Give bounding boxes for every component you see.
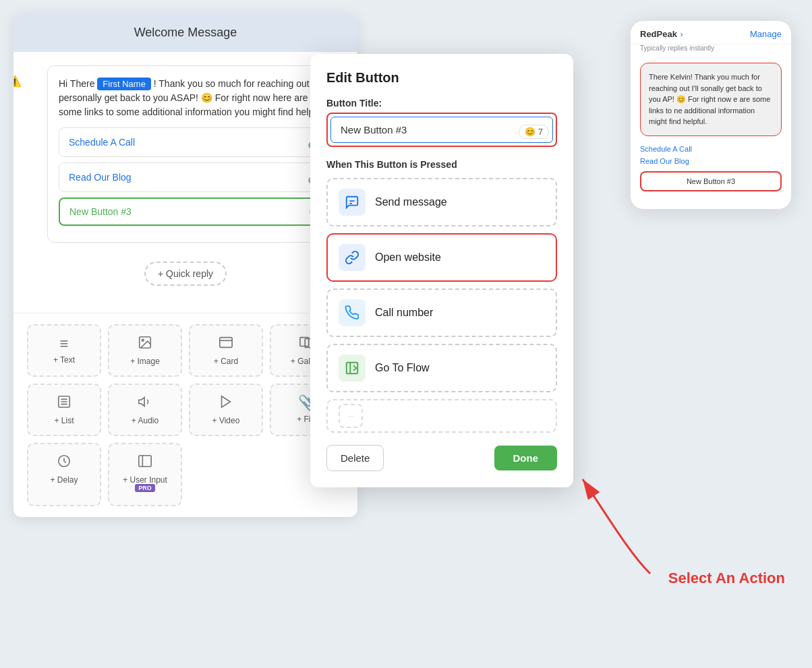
block-list[interactable]: + List — [27, 384, 101, 436]
message-block: Hi There First Name ! Thank you so much … — [47, 65, 344, 243]
action-go-to-flow[interactable]: Go To Flow — [326, 344, 557, 392]
delete-button[interactable]: Delete — [326, 445, 384, 471]
flow-panel-title: Welcome Message — [134, 26, 237, 39]
delay-label: + Delay — [34, 475, 94, 485]
blog-label: Read Our Blog — [69, 172, 132, 183]
svg-marker-11 — [222, 396, 231, 408]
go-to-flow-icon — [339, 355, 366, 382]
send-message-label: Send message — [375, 196, 447, 208]
user-input-icon — [115, 454, 175, 473]
image-icon — [115, 335, 175, 354]
phone-manage-label[interactable]: Manage — [750, 29, 782, 39]
block-text[interactable]: ≡ + Text — [27, 324, 101, 377]
go-to-flow-label: Go To Flow — [375, 362, 430, 374]
svg-marker-10 — [139, 398, 144, 406]
button-schedule[interactable]: Schedule A Call 🔗 — [59, 127, 332, 157]
new-button-label: New Button #3 — [69, 206, 132, 217]
greeting-prefix: Hi There — [59, 78, 97, 89]
blocks-grid: ≡ + Text + Image + Card + Gallery + Li — [13, 313, 357, 517]
title-input-wrapper: 😊 7 — [326, 113, 557, 147]
phone-chevron-icon: › — [680, 30, 683, 39]
dots-icon: ··· — [348, 413, 353, 420]
edit-button-modal: Edit Button Button Title: 😊 7 When This … — [310, 54, 573, 487]
pro-badge: PRO — [135, 484, 155, 492]
emoji-icon: 😊 — [525, 127, 535, 137]
phone-message-bubble: There Kelvin! Thank you much for reachin… — [640, 63, 782, 136]
quick-reply-button[interactable]: + Quick reply — [144, 262, 227, 286]
video-icon — [196, 394, 256, 413]
new-button-row[interactable]: New Button #3 — [59, 198, 332, 226]
action-send-message[interactable]: Send message — [326, 178, 557, 226]
phone-link-blog[interactable]: Read Our Blog — [631, 155, 791, 167]
delay-icon — [34, 454, 94, 473]
audio-icon — [115, 394, 175, 413]
select-action-annotation: Select An Action — [668, 570, 785, 587]
phone-new-button[interactable]: New Button #3 — [640, 171, 782, 191]
svg-rect-13 — [139, 456, 151, 467]
block-video[interactable]: + Video — [189, 384, 263, 436]
action-partial: ··· — [326, 399, 557, 433]
button-title-field-label: Button Title: — [326, 98, 557, 109]
list-label: + List — [34, 416, 94, 425]
list-icon — [34, 394, 94, 413]
phone-mockup: RedPeak › Manage Typically replies insta… — [630, 20, 792, 210]
send-message-icon — [339, 189, 366, 216]
phone-brand: RedPeak — [640, 29, 677, 39]
block-card[interactable]: + Card — [189, 324, 263, 377]
action-open-website[interactable]: Open website — [326, 233, 557, 282]
warning-icon: ⚠️ — [13, 75, 22, 88]
when-pressed-label: When This Button is Pressed — [326, 159, 557, 170]
call-number-label: Call number — [375, 307, 433, 319]
block-image[interactable]: + Image — [108, 324, 182, 377]
block-delay[interactable]: + Delay — [27, 443, 101, 506]
flow-panel-header: Welcome Message — [13, 13, 357, 52]
modal-title: Edit Button — [326, 70, 557, 86]
emoji-counter: 😊 7 — [519, 125, 549, 139]
phone-header: RedPeak › Manage — [631, 21, 791, 44]
quick-reply-label: + Quick reply — [158, 268, 213, 279]
phone-message-text: There Kelvin! Thank you much for reachin… — [649, 73, 770, 125]
phone-link-schedule[interactable]: Schedule A Call — [631, 143, 791, 155]
partial-icon: ··· — [339, 404, 363, 428]
first-name-badge: First Name — [97, 78, 151, 90]
card-icon — [196, 335, 256, 354]
open-website-icon — [339, 244, 366, 271]
text-icon: ≡ — [34, 335, 94, 353]
call-number-icon — [339, 299, 366, 326]
flow-panel-body: ⚠️ Hi There First Name ! Thank you so mu… — [13, 52, 357, 313]
button-blog[interactable]: Read Our Blog 🔗 — [59, 162, 332, 192]
block-audio[interactable]: + Audio — [108, 384, 182, 436]
phone-status: Typically replies instantly — [631, 44, 791, 56]
text-label: + Text — [34, 355, 94, 365]
modal-footer: Delete Done — [326, 445, 557, 471]
card-label: + Card — [196, 357, 256, 366]
open-website-label: Open website — [375, 251, 441, 264]
user-input-label: + User Input PRO — [115, 475, 175, 495]
video-label: + Video — [196, 416, 256, 425]
svg-rect-2 — [220, 338, 232, 348]
done-button[interactable]: Done — [494, 446, 558, 470]
emoji-count: 7 — [538, 127, 543, 137]
svg-point-1 — [142, 339, 144, 341]
action-call-number[interactable]: Call number — [326, 289, 557, 337]
block-user-input[interactable]: + User Input PRO — [108, 443, 182, 506]
audio-label: + Audio — [115, 416, 175, 425]
flow-panel: Welcome Message ⚠️ Hi There First Name !… — [13, 13, 357, 517]
image-label: + Image — [115, 357, 175, 366]
message-text: Hi There First Name ! Thank you so much … — [59, 77, 332, 119]
schedule-label: Schedule A Call — [69, 137, 135, 148]
